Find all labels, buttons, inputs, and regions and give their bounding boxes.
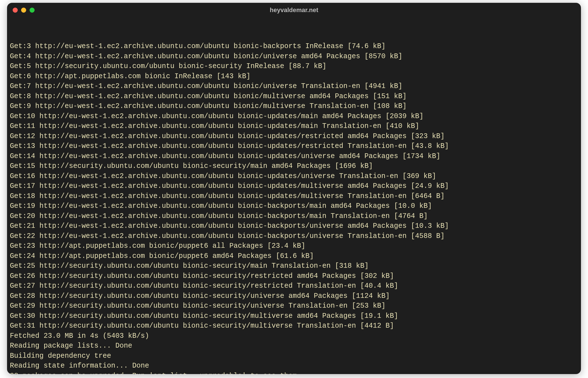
terminal-output-line: Building dependency tree [10, 351, 578, 361]
terminal-output-line: Get:31 http://security.ubuntu.com/ubuntu… [10, 321, 578, 331]
terminal-output-line: Get:14 http://eu-west-1.ec2.archive.ubun… [10, 151, 578, 161]
terminal-output-line: Fetched 23.0 MB in 4s (5403 kB/s) [10, 331, 578, 341]
terminal-output-line: Get:24 http://apt.puppetlabs.com bionic/… [10, 251, 578, 261]
terminal-output-line: Get:27 http://security.ubuntu.com/ubuntu… [10, 281, 578, 291]
terminal-output-line: Get:18 http://eu-west-1.ec2.archive.ubun… [10, 191, 578, 201]
traffic-lights [13, 8, 35, 13]
terminal-output-line: Get:23 http://apt.puppetlabs.com bionic/… [10, 241, 578, 251]
terminal-output-line: Get:16 http://eu-west-1.ec2.archive.ubun… [10, 171, 578, 181]
terminal-output-line: Get:25 http://security.ubuntu.com/ubuntu… [10, 261, 578, 271]
window-title: heyvaldemar.net [7, 6, 581, 14]
terminal-output-line: 38 packages can be upgraded. Run 'apt li… [10, 371, 578, 374]
terminal-window: heyvaldemar.net Get:3 http://eu-west-1.e… [7, 3, 581, 374]
terminal-output-line: Get:17 http://eu-west-1.ec2.archive.ubun… [10, 181, 578, 191]
terminal-output-line: Get:20 http://eu-west-1.ec2.archive.ubun… [10, 211, 578, 221]
terminal-output-line: Get:6 http://apt.puppetlabs.com bionic I… [10, 71, 578, 82]
terminal-output: Get:3 http://eu-west-1.ec2.archive.ubunt… [10, 41, 578, 374]
terminal-output-line: Reading package lists... Done [10, 341, 578, 351]
terminal-output-line: Get:21 http://eu-west-1.ec2.archive.ubun… [10, 221, 578, 231]
minimize-icon[interactable] [21, 8, 26, 13]
terminal-output-line: Get:12 http://eu-west-1.ec2.archive.ubun… [10, 131, 578, 141]
terminal-output-line: Reading state information... Done [10, 361, 578, 371]
terminal-output-line: Get:11 http://eu-west-1.ec2.archive.ubun… [10, 121, 578, 131]
terminal-output-line: Get:8 http://eu-west-1.ec2.archive.ubunt… [10, 91, 578, 102]
terminal-output-line: Get:3 http://eu-west-1.ec2.archive.ubunt… [10, 41, 578, 51]
terminal-output-line: Get:26 http://security.ubuntu.com/ubuntu… [10, 271, 578, 281]
close-icon[interactable] [13, 8, 18, 13]
terminal-output-line: Get:10 http://eu-west-1.ec2.archive.ubun… [10, 111, 578, 122]
zoom-icon[interactable] [30, 8, 35, 13]
terminal-output-line: Get:28 http://security.ubuntu.com/ubuntu… [10, 291, 578, 301]
title-bar: heyvaldemar.net [7, 3, 581, 17]
terminal-output-line: Get:4 http://eu-west-1.ec2.archive.ubunt… [10, 51, 578, 62]
terminal-output-line: Get:9 http://eu-west-1.ec2.archive.ubunt… [10, 101, 578, 111]
terminal-output-line: Get:19 http://eu-west-1.ec2.archive.ubun… [10, 201, 578, 211]
terminal-body[interactable]: Get:3 http://eu-west-1.ec2.archive.ubunt… [7, 17, 581, 374]
terminal-output-line: Get:30 http://security.ubuntu.com/ubuntu… [10, 311, 578, 321]
terminal-output-line: Get:15 http://security.ubuntu.com/ubuntu… [10, 161, 578, 171]
terminal-output-line: Get:29 http://security.ubuntu.com/ubuntu… [10, 301, 578, 311]
terminal-output-line: Get:5 http://security.ubuntu.com/ubuntu … [10, 61, 578, 71]
terminal-output-line: Get:22 http://eu-west-1.ec2.archive.ubun… [10, 231, 578, 241]
terminal-output-line: Get:13 http://eu-west-1.ec2.archive.ubun… [10, 141, 578, 151]
terminal-output-line: Get:7 http://eu-west-1.ec2.archive.ubunt… [10, 81, 578, 91]
